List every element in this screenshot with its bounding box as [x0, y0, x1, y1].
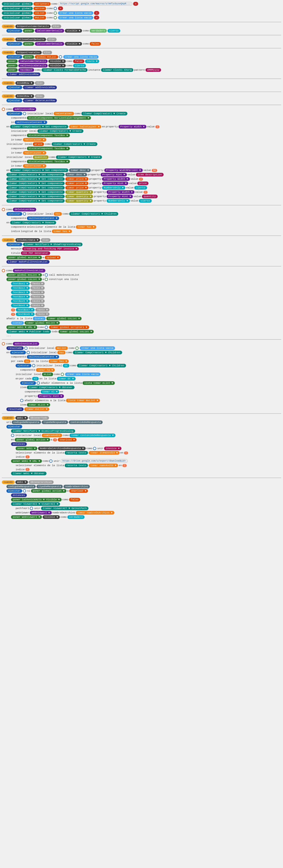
build-list-label: construye una lista: [49, 278, 78, 281]
num-1-1: 1: [124, 452, 128, 455]
circle-add-to-mvList: [20, 399, 23, 402]
poner-global-mvList-1: poner global mvList ▼: [6, 273, 42, 277]
var-action: action: [33, 7, 46, 10]
llamar-notifier-1: llamar Notifier1 ▼ ShowProgressDialog: [23, 243, 82, 246]
empty-circle-1: [54, 7, 57, 10]
num-1-2: 1: [26, 455, 30, 458]
add-elem-list-label-1: añadir elementos a la lista: [41, 382, 82, 384]
item-label-2: item: [20, 403, 26, 406]
llamar-Web1-Obtener: llamar Web1 ▼ Obtener: [11, 472, 46, 475]
circle-init-has-2: [27, 351, 30, 354]
indice-label-3: indice: [15, 468, 25, 471]
textbox4: TextBox4 ▼: [11, 295, 30, 299]
llamar-CompCreator1-create-2: llamar CompCreator1 ▼ Create: [37, 129, 83, 133]
tomar-price-2: tomar price ▼: [65, 182, 89, 185]
visible-prop-4: Visible ▼: [48, 64, 66, 67]
como-label-1: como: [51, 2, 57, 5]
poner-global-action-1: poner global action ▼: [6, 256, 42, 259]
value-label-8: value: [134, 195, 141, 198]
como-v4: como: [66, 64, 72, 67]
block-btDelRow: cuando btDelRow ▼ Clic ejecutar Llamar d…: [2, 94, 281, 102]
llamar-CompCreator1-set-3: llamar CompCreator1 ▼ Set componente: [6, 173, 65, 177]
when-label-4: cuando: [2, 81, 15, 85]
verdadero-val-2: verdadero: [67, 515, 84, 519]
tomar-global-scriptUrl: tomar global scriptUrl ▼: [49, 326, 89, 329]
tomar-ha-label: tomar ha ▼: [36, 368, 55, 372]
exec-label-6: ejecutar: [6, 243, 22, 246]
block-btAddRow: cuando btAddRow ▼ Clic ejecutar Llamar a…: [2, 81, 281, 89]
value-label-6: value: [126, 186, 134, 189]
block-btCloseCustDetails: cuando btCloseCustDetails Clic ejecutar …: [2, 38, 281, 46]
componente-label-3: componente: [11, 147, 26, 150]
value-label-4: value: [131, 178, 138, 180]
circle-unir-2: [49, 460, 52, 463]
creating-msg: creating and fetching PDF invoice ▼: [22, 247, 79, 251]
when-label-7: cuando: [2, 416, 15, 420]
tomar-mvList-result: tomar mvList ▼: [24, 407, 49, 411]
var-has-2: has: [57, 351, 66, 354]
separator-12: [2, 477, 281, 478]
codigoDeRespuesta-2: codigoDeRespuesta: [6, 485, 36, 488]
ellipsis-1: ...: [6, 334, 11, 337]
mensaje-label-1: mensaje: [11, 247, 22, 250]
codigoDeRespuesta: codigoDeRespuesta: [12, 421, 41, 424]
web1-label-1: Web1 ▼: [15, 416, 28, 420]
value-label-3: value: [128, 173, 135, 176]
css-pdf-title: CSS PDF Generator: [21, 251, 50, 255]
when-label-6: cuando: [2, 238, 15, 242]
la-customer-details-2: laCustomerDetails: [35, 42, 64, 46]
circle-add-to-eList: [37, 381, 40, 385]
tomar-nombreDeArchivo: tomar nombreDeArchivo ▼: [76, 511, 114, 515]
VisibleComponent-TextBox-3: VisibleComponent TextBox ▼: [27, 160, 70, 163]
unir-label-1: unir: [97, 447, 103, 450]
num-1-3: 1: [122, 464, 127, 467]
bt-submit-data: btSubmitData ▼: [15, 238, 40, 242]
llamar-CompCreator1-create-3: llamar CompCreator1 ▼ Create: [51, 142, 98, 146]
for-each-label-2: por cada: [19, 377, 31, 380]
lista-tomar-mvList-1: lista tomar mvList ▼: [66, 399, 100, 402]
en-label-fn-3: en: [60, 391, 63, 393]
bt-openCustomerDetails: btOpenCustomerDetails: [15, 25, 51, 28]
upload-val: upload ▼: [45, 256, 61, 259]
llamar-addInvoiceRow-1: Llamar addInvoiceRow: [6, 72, 40, 76]
init-global-label-1: inicializar global: [2, 2, 33, 6]
tomar-contenido: tomar contenidoDeRespuesta ▼: [69, 434, 115, 437]
prop-Hint-3: Property Hint ▼: [107, 195, 133, 198]
var-haContainer: haContainer: [54, 112, 74, 116]
tomar-price-3: tomar price ▼: [65, 186, 89, 190]
visible-prop-1: Visible ▼: [65, 29, 82, 33]
create-list-empty-fn2: crear una lista vacía: [65, 372, 101, 376]
poner-label-6: poner: [6, 68, 17, 72]
poner-label-5: poner: [6, 64, 17, 67]
componente-label-8: componente: [20, 369, 35, 371]
unir-label-2: unir: [54, 460, 60, 462]
llamar-CompCreator1-set-2: llamar CompCreator1 ▼ Set componente: [10, 168, 68, 172]
exec-label-2: ejecutar: [6, 42, 22, 46]
nombre-archivo-prop: NombreDelArchivoDeRespuesta ▼: [38, 446, 85, 450]
fn-name-makeInvoiceList: makeInvoiceList: [13, 342, 39, 346]
textbox7-2: TextBox7 ▼: [16, 308, 35, 312]
exec-label-fn2: ejecutar: [6, 212, 22, 216]
a-label-5: a: [67, 490, 69, 492]
fn-init-circle: [23, 112, 26, 115]
en-label-1: en: [6, 125, 9, 128]
when-label-8: cuando: [2, 480, 15, 484]
a-label-3: a: [43, 278, 44, 281]
como-label-fn12: como: [43, 460, 48, 462]
circle-call: [45, 273, 48, 277]
componente-label-4: componente: [11, 160, 26, 163]
llamar-ViewerACT-getPath: llamar ViewerACT ▼ GetAstPath: [41, 506, 89, 510]
create-list-empty-fn: crear una lista vacía: [80, 346, 115, 350]
exec-label-5: ejecutar: [6, 99, 22, 102]
en-label-fn-2: en: [15, 377, 19, 380]
property-label-2: property: [92, 169, 104, 172]
poner-Web1-URL: poner Web1 ▼ URL ▼: [6, 326, 37, 329]
num-2-2: 2: [139, 178, 143, 181]
var-scriptUrl: scriptUrl: [33, 2, 50, 6]
fn-init-circle-2: [23, 212, 26, 216]
contenidoDeRespuesta: contenidoDeRespuesta: [69, 421, 103, 424]
lista2-label: lista2: [11, 321, 24, 325]
tomar-haContainer-4: haContainer ▼: [23, 164, 46, 168]
como-v1: como: [83, 29, 89, 32]
block-Web1-ObtenerArchivo: cuando Web1 ▼ ObtenerArchivo codigoDeRes…: [2, 480, 281, 519]
